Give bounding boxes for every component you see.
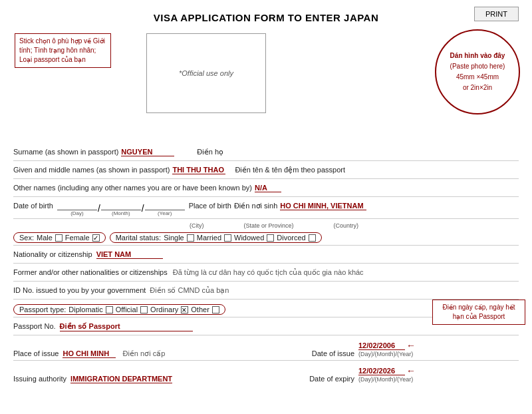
- pt-diplomatic-label: Diplomatic: [68, 306, 102, 313]
- dob-pob-row: Date of birth (Day) / (Month) / (Year): [13, 200, 519, 219]
- dob-year-label: (Year): [158, 210, 172, 216]
- doe-sublabel: (Day)/(Month)/(Year): [358, 376, 413, 383]
- pob-state-sublabel: (State or Province): [244, 222, 294, 229]
- dob-label: Date of birth: [13, 202, 53, 210]
- marital-married-label: Married: [197, 234, 221, 242]
- place-issue-label2: Điền nơi cấp: [122, 349, 165, 358]
- pt-other-checkbox[interactable]: [212, 306, 219, 313]
- marital-divorced-label: Divorced: [277, 234, 305, 242]
- sex-label: Sex:: [19, 234, 34, 242]
- photo-label4: or 2in×2in: [463, 83, 492, 93]
- nationality-value: VIET NAM: [96, 250, 163, 259]
- annotation-gender-marital: Stick chọn ô phù hợp về Giới tính; Tình …: [15, 33, 111, 68]
- pob-sublabels: (City) (State or Province) (Country): [190, 222, 519, 229]
- pt-diplomatic-checkbox[interactable]: [106, 306, 113, 313]
- photo-label1: Dán hình vào đây: [450, 51, 505, 61]
- pt-other-label: Other: [191, 306, 209, 313]
- nationality-label: Nationality or citizenship: [13, 250, 92, 258]
- dob-day-label: (Day): [70, 210, 84, 216]
- former-nat-row: Former and/or other nationalities or cit…: [13, 267, 519, 282]
- photo-label2: (Paste photo here): [450, 61, 505, 72]
- surname-label2: Điền họ: [197, 148, 223, 156]
- pt-ordinary-label: Ordinary: [150, 306, 178, 313]
- marital-married-checkbox[interactable]: [224, 234, 231, 242]
- marital-widowed-label: Widowed: [234, 234, 264, 242]
- issuing-value: IMMIGRATION DEPARTMENT: [70, 375, 172, 383]
- pt-ordinary-checkbox[interactable]: [181, 306, 188, 313]
- surname-row: Surname (as shown in passport) NGUYEN Đi…: [13, 146, 519, 161]
- issuing-label: Issuing authority: [13, 375, 66, 383]
- marital-divorced-checkbox[interactable]: [309, 234, 316, 242]
- place-issue-row: Place of issue HO CHI MINH Điền nơi cấp …: [13, 339, 519, 361]
- sex-female-checkbox[interactable]: [92, 234, 100, 242]
- doi-sublabel: (Day)/(Month)/(Year): [358, 351, 413, 357]
- other-names-row: Other names (including any other names y…: [13, 182, 519, 197]
- page-title: VISA APPLICATION FORM TO ENTER JAPAN: [13, 12, 519, 23]
- dob-day-col: (Day): [57, 202, 97, 216]
- sex-female-label: Female: [65, 234, 90, 242]
- doi-value: 12/02/2006: [358, 341, 405, 350]
- place-issue-label: Place of issue: [13, 349, 59, 357]
- doe-value: 12/02/2026: [358, 367, 405, 375]
- surname-label: Surname (as shown in passport): [13, 148, 118, 156]
- id-label2: Điền số CMND của bạn: [150, 286, 229, 295]
- pob-country-sublabel: (Country): [334, 222, 359, 229]
- sex-marital-row: Sex: Male Female Marital status: Single …: [13, 231, 519, 246]
- former-nat-label2: Đã từng là cư dân hay có quốc tịch của q…: [173, 268, 364, 277]
- passport-type-label: Passport type:: [19, 306, 66, 313]
- given-label: Given and middle names (as shown in pass…: [13, 166, 170, 174]
- marital-label: Marital status:: [116, 234, 161, 242]
- date-expiry-group: Date of expiry 12/02/2026 ← (Day)/(Month…: [309, 365, 416, 383]
- marital-group-circled: Marital status: Single Married Widowed D…: [110, 232, 322, 243]
- pob-value: HO CHI MINH, VIETNAM: [280, 202, 366, 210]
- place-issue-value: HO CHI MINH: [63, 349, 116, 358]
- passport-type-row: Passport type: Diplomatic Official Ordin…: [13, 303, 519, 317]
- passport-type-circled: Passport type: Diplomatic Official Ordin…: [13, 304, 225, 315]
- marital-single-checkbox[interactable]: [187, 234, 194, 242]
- dob-month-col: (Month): [101, 202, 141, 216]
- other-names-label: Other names (including any other names y…: [13, 184, 252, 192]
- id-row: ID No. issued to you by your government …: [13, 285, 519, 300]
- form-area: Surname (as shown in passport) NGUYEN Đi…: [13, 146, 519, 385]
- doi-arrow: ←: [406, 340, 416, 351]
- doe-label: Date of expiry: [309, 375, 354, 383]
- passport-no-row: Passport No. Điền số Passport: [13, 321, 519, 335]
- pob-city-sublabel: (City): [190, 222, 204, 229]
- sex-male-label: Male: [37, 234, 53, 242]
- issuing-row: Issuing authority IMMIGRATION DEPARTMENT…: [13, 364, 519, 385]
- given-names-row: Given and middle names (as shown in pass…: [13, 164, 519, 179]
- former-nat-label: Former and/or other nationalities or cit…: [13, 268, 168, 276]
- marital-single-label: Single: [164, 234, 184, 242]
- page: PRINT VISA APPLICATION FORM TO ENTER JAP…: [0, 0, 532, 414]
- doi-label: Date of issue: [312, 349, 354, 357]
- sex-male-checkbox[interactable]: [55, 234, 63, 242]
- official-use-box: *Official use only: [146, 33, 266, 113]
- print-button[interactable]: PRINT: [474, 7, 519, 21]
- other-names-value: N/A: [255, 184, 281, 192]
- dob-day: [57, 202, 97, 210]
- passport-no-value: Điền số Passport: [60, 322, 193, 331]
- given-value: THI THU THAO: [172, 166, 225, 174]
- id-label: ID No. issued to you by your government: [13, 286, 146, 294]
- sex-group-circled: Sex: Male Female: [13, 232, 106, 243]
- dob-month-label: (Month): [112, 210, 130, 216]
- pob-label: Place of birth: [189, 202, 231, 210]
- surname-value: NGUYEN: [121, 148, 174, 156]
- pob-label2: Điền nơi sinh: [234, 202, 277, 210]
- nationality-row: Nationality or citizenship VIET NAM: [13, 249, 519, 264]
- dob-year-col: (Year): [145, 202, 185, 216]
- dob-year: [145, 202, 185, 210]
- pt-official-label: Official: [116, 306, 138, 313]
- marital-widowed-checkbox[interactable]: [267, 234, 274, 242]
- given-label2: Điền tên & tên đệm theo passport: [235, 166, 345, 174]
- photo-label3: 45mm ×45mm: [456, 72, 499, 83]
- passport-no-label: Passport No.: [13, 322, 56, 330]
- date-issue-group: Date of issue 12/02/2006 ← (Day)/(Month)…: [312, 340, 416, 357]
- photo-area: Dán hình vào đây (Paste photo here) 45mm…: [435, 29, 520, 114]
- dob-month: [101, 202, 141, 210]
- pt-official-checkbox[interactable]: [140, 306, 148, 313]
- doe-arrow: ←: [406, 365, 416, 376]
